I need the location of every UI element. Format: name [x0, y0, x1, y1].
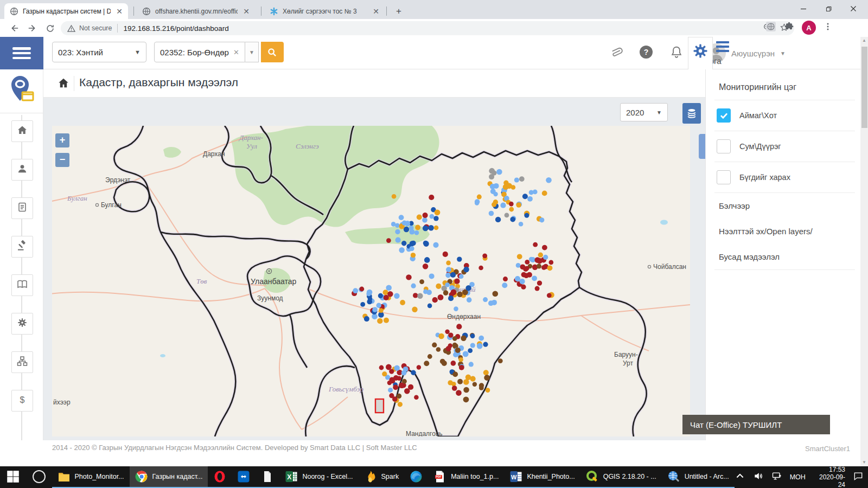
- checkbox-unchecked[interactable]: [717, 139, 731, 153]
- monitoring-point[interactable]: [477, 195, 482, 200]
- browser-tab-1[interactable]: Газрын кадастрын систем | Dash✕: [4, 3, 128, 19]
- panel-link[interactable]: Нээлттэй эх/Open layers/: [706, 219, 860, 244]
- monitoring-point[interactable]: [521, 285, 526, 290]
- monitoring-point[interactable]: [386, 238, 391, 243]
- monitoring-point[interactable]: [427, 354, 432, 359]
- monitoring-point[interactable]: [387, 291, 393, 297]
- monitoring-point[interactable]: [463, 267, 469, 272]
- monitoring-point[interactable]: [477, 343, 483, 349]
- monitoring-point[interactable]: [454, 279, 459, 284]
- monitoring-point[interactable]: [405, 221, 410, 226]
- monitoring-point[interactable]: [379, 308, 384, 313]
- monitoring-point[interactable]: [423, 213, 428, 218]
- tab-close-icon[interactable]: ✕: [373, 8, 379, 15]
- app-logo[interactable]: [9, 75, 35, 106]
- monitoring-point[interactable]: [384, 318, 389, 323]
- monitoring-point[interactable]: [383, 290, 388, 295]
- chat-bar[interactable]: Чат (E-Office) ТУРШИЛТ: [682, 415, 830, 434]
- monitoring-point[interactable]: [483, 370, 489, 375]
- taskbar-item-document[interactable]: [256, 466, 279, 488]
- monitoring-point[interactable]: [484, 375, 490, 381]
- monitoring-point[interactable]: [392, 396, 398, 402]
- monitoring-point[interactable]: [436, 284, 441, 289]
- monitoring-point[interactable]: [424, 257, 430, 263]
- panel-list-tab[interactable]: [716, 41, 729, 52]
- monitoring-point[interactable]: [433, 242, 438, 248]
- sidebar-item-org[interactable]: [11, 351, 33, 373]
- monitoring-point[interactable]: [429, 195, 434, 200]
- monitoring-point[interactable]: [368, 297, 372, 301]
- monitoring-point[interactable]: [496, 169, 502, 175]
- monitoring-point[interactable]: [525, 260, 529, 265]
- monitoring-point[interactable]: [467, 297, 472, 303]
- monitoring-point[interactable]: [446, 346, 451, 351]
- monitoring-point[interactable]: [430, 214, 435, 219]
- monitoring-point[interactable]: [423, 226, 429, 232]
- monitoring-point[interactable]: [492, 300, 497, 305]
- monitoring-point[interactable]: [435, 209, 441, 215]
- monitoring-point[interactable]: [509, 207, 514, 212]
- browser-profile-avatar[interactable]: A: [802, 21, 816, 35]
- taskbar-item-qgis[interactable]: QGIS 2.18.20 - ...: [580, 466, 662, 488]
- monitoring-point[interactable]: [432, 297, 438, 303]
- checkbox-unchecked[interactable]: [717, 170, 731, 184]
- settings-tab[interactable]: [688, 37, 713, 69]
- monitoring-point[interactable]: [411, 241, 416, 246]
- monitoring-point[interactable]: [457, 292, 462, 297]
- monitoring-point[interactable]: [542, 245, 547, 251]
- monitoring-point[interactable]: [489, 168, 495, 174]
- sidebar-item-user[interactable]: [11, 159, 33, 181]
- monitoring-point[interactable]: [532, 275, 537, 281]
- monitoring-point[interactable]: [546, 177, 552, 183]
- monitoring-point[interactable]: [522, 194, 528, 199]
- sidebar-item-home[interactable]: [11, 120, 33, 142]
- monitoring-point[interactable]: [549, 260, 554, 265]
- monitoring-point[interactable]: [463, 387, 469, 393]
- monitoring-point[interactable]: [473, 382, 477, 387]
- monitoring-point[interactable]: [505, 213, 509, 218]
- monitoring-point[interactable]: [411, 284, 416, 288]
- taskbar-item-chrome[interactable]: Газрын кадаст...: [130, 466, 208, 488]
- monitoring-point[interactable]: [382, 371, 387, 376]
- panel-link[interactable]: Бэлчээр: [706, 193, 860, 219]
- monitoring-point[interactable]: [422, 217, 427, 223]
- monitoring-point[interactable]: [524, 213, 529, 218]
- monitoring-point[interactable]: [463, 379, 469, 385]
- monitoring-point[interactable]: [413, 293, 418, 298]
- monitoring-point[interactable]: [411, 253, 416, 258]
- keyboard-language-indicator[interactable]: MOH: [790, 473, 806, 481]
- year-select[interactable]: 2020▼: [620, 103, 668, 121]
- address-bar[interactable]: Not secure 192.168.15.216/point/dashboar…: [61, 21, 794, 35]
- monitoring-point[interactable]: [406, 274, 411, 280]
- monitoring-point[interactable]: [389, 369, 394, 374]
- scrollbar-thumb[interactable]: [861, 47, 867, 128]
- monitoring-point[interactable]: [452, 336, 457, 341]
- monitoring-point[interactable]: [519, 176, 525, 182]
- monitoring-point[interactable]: [456, 324, 462, 329]
- start-button[interactable]: [0, 466, 26, 488]
- monitoring-point[interactable]: [542, 191, 547, 196]
- monitoring-point[interactable]: [402, 379, 407, 384]
- monitoring-point[interactable]: [399, 215, 404, 220]
- monitoring-point[interactable]: [411, 370, 416, 375]
- monitoring-point[interactable]: [429, 273, 435, 279]
- monitoring-point[interactable]: [478, 266, 483, 271]
- monitoring-point[interactable]: [500, 203, 506, 208]
- soum-dropdown-arrow[interactable]: ▼: [245, 42, 259, 62]
- monitoring-point[interactable]: [446, 261, 451, 266]
- monitoring-point[interactable]: [455, 348, 461, 353]
- monitoring-point[interactable]: [443, 290, 449, 296]
- tab-close-icon[interactable]: ✕: [243, 8, 250, 15]
- monitoring-point[interactable]: [527, 196, 533, 202]
- monitoring-point[interactable]: [539, 217, 544, 222]
- extensions-puzzle-icon[interactable]: [784, 22, 794, 34]
- sidebar-item-dollar[interactable]: $: [11, 390, 33, 412]
- monitoring-point[interactable]: [452, 343, 457, 348]
- monitoring-point[interactable]: [401, 241, 406, 246]
- aimag-select[interactable]: 023: Хэнтий▼: [52, 42, 146, 62]
- tray-network-icon[interactable]: [771, 471, 782, 484]
- taskbar-item-spark[interactable]: Spark: [359, 466, 405, 488]
- monitoring-point[interactable]: [424, 361, 429, 366]
- monitoring-point[interactable]: [451, 382, 456, 387]
- monitoring-point[interactable]: [537, 264, 541, 268]
